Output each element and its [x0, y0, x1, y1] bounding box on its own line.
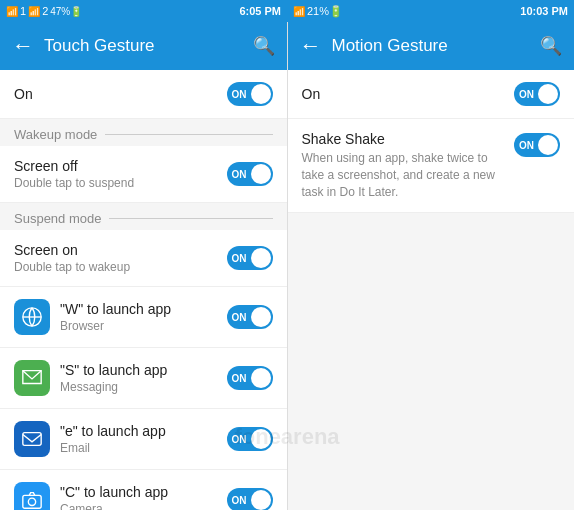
right-status-bar: 📶21%🔋 10:03 PM — [287, 0, 574, 22]
touch-gesture-toolbar: ← Touch Gesture 🔍 — [0, 22, 287, 70]
back-icon-left[interactable]: ← — [12, 33, 34, 59]
touch-gesture-panel: ← Touch Gesture 🔍 On ON Wakeup mode — [0, 22, 287, 510]
left-status-icons: 📶1 📶2 47%🔋 — [6, 5, 82, 17]
c-launch-sub: Camera — [60, 502, 227, 510]
screen-off-toggle[interactable]: ON — [227, 162, 273, 186]
suspend-label: Suspend mode — [14, 211, 101, 226]
shake-toggle[interactable]: ON — [514, 133, 560, 157]
shake-label: Shake Shake — [302, 131, 507, 147]
w-launch-label: "W" to launch app — [60, 301, 227, 317]
shake-desc: When using an app, shake twice to take a… — [302, 150, 507, 200]
e-launch-label: "e" to launch app — [60, 423, 227, 439]
email-icon — [14, 421, 50, 457]
w-launch-sub: Browser — [60, 319, 227, 333]
search-icon-left[interactable]: 🔍 — [253, 35, 275, 57]
left-status-bar: 📶1 📶2 47%🔋 6:05 PM — [0, 0, 287, 22]
screen-off-label: Screen off — [14, 158, 227, 174]
e-launch-toggle[interactable]: ON — [227, 427, 273, 451]
left-time: 6:05 PM — [239, 5, 281, 17]
c-launch-toggle[interactable]: ON — [227, 488, 273, 510]
s-launch-label: "S" to launch app — [60, 362, 227, 378]
w-launch-toggle[interactable]: ON — [227, 305, 273, 329]
motion-on-toggle[interactable]: ON — [514, 82, 560, 106]
app-row-messaging: "S" to launch app Messaging ON — [0, 348, 287, 409]
touch-gesture-title: Touch Gesture — [44, 36, 243, 56]
motion-gesture-content: On ON Shake Shake When using an app, sha… — [288, 70, 575, 510]
screen-on-label: Screen on — [14, 242, 227, 258]
screen-off-sub: Double tap to suspend — [14, 176, 227, 190]
screen-on-toggle[interactable]: ON — [227, 246, 273, 270]
svg-point-4 — [28, 498, 35, 505]
touch-on-label: On — [14, 86, 227, 102]
shake-shake-row: Shake Shake When using an app, shake twi… — [288, 119, 575, 213]
back-icon-right[interactable]: ← — [300, 33, 322, 59]
right-status-icons: 📶21%🔋 — [293, 5, 343, 18]
app-row-email: "e" to launch app Email ON — [0, 409, 287, 470]
screen-off-row: Screen off Double tap to suspend ON — [0, 146, 287, 203]
e-launch-sub: Email — [60, 441, 227, 455]
motion-on-label: On — [302, 86, 515, 102]
camera-icon — [14, 482, 50, 510]
right-time: 10:03 PM — [520, 5, 568, 17]
screen-on-row: Screen on Double tap to wakeup ON — [0, 230, 287, 287]
messaging-icon — [14, 360, 50, 396]
s-launch-toggle[interactable]: ON — [227, 366, 273, 390]
wakeup-section-header: Wakeup mode — [0, 119, 287, 146]
motion-gesture-title: Motion Gesture — [332, 36, 531, 56]
s-launch-sub: Messaging — [60, 380, 227, 394]
screen-on-sub: Double tap to wakeup — [14, 260, 227, 274]
svg-rect-2 — [23, 433, 41, 446]
app-row-camera: "C" to launch app Camera ON — [0, 470, 287, 510]
motion-gesture-panel: ← Motion Gesture 🔍 On ON Shake Shake — [288, 22, 575, 510]
touch-on-toggle[interactable]: ON — [227, 82, 273, 106]
motion-gesture-toolbar: ← Motion Gesture 🔍 — [288, 22, 575, 70]
suspend-section-header: Suspend mode — [0, 203, 287, 230]
svg-rect-3 — [23, 495, 41, 508]
touch-gesture-content: On ON Wakeup mode Screen off Double tap … — [0, 70, 287, 510]
browser-icon — [14, 299, 50, 335]
app-row-browser: "W" to launch app Browser ON — [0, 287, 287, 348]
c-launch-label: "C" to launch app — [60, 484, 227, 500]
motion-on-row: On ON — [288, 70, 575, 119]
search-icon-right[interactable]: 🔍 — [540, 35, 562, 57]
wakeup-label: Wakeup mode — [14, 127, 97, 142]
touch-on-row: On ON — [0, 70, 287, 119]
